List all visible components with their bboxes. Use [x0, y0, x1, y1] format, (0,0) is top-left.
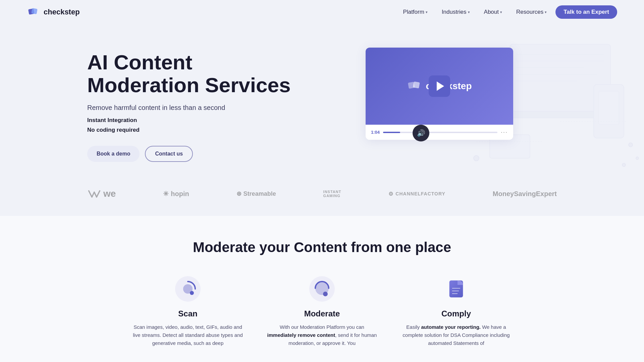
video-time: 1:04	[371, 130, 380, 135]
partner-logos: we ✳ hopin ⊛ Streamable INSTANTGAMING ⚙ …	[0, 178, 644, 216]
chevron-down-icon: ▾	[545, 10, 547, 14]
video-options-icon[interactable]: ···	[501, 129, 508, 136]
svg-rect-1	[31, 8, 38, 14]
book-demo-button[interactable]: Book a demo	[87, 146, 140, 162]
hero-subtitle: Remove harmful content in less than a se…	[87, 104, 322, 112]
nav-resources[interactable]: Resources ▾	[511, 6, 552, 18]
talk-to-expert-button[interactable]: Talk to an Expert	[555, 5, 617, 19]
progress-track[interactable]	[383, 132, 497, 133]
moderate-icon	[309, 276, 335, 302]
svg-rect-20	[413, 81, 420, 88]
logo-money-saving-expert: MoneySavingExpert	[493, 190, 557, 198]
hero-content: AI Content Moderation Services Remove ha…	[0, 24, 644, 178]
chevron-down-icon: ▾	[426, 10, 428, 14]
brand-name: checkstep	[44, 8, 80, 16]
comply-card-desc: Easily automate your reporting. We have …	[399, 323, 513, 347]
logo-instant-gaming: INSTANTGAMING	[323, 190, 341, 198]
play-button[interactable]	[429, 75, 450, 97]
nav-about[interactable]: About ▾	[479, 6, 507, 18]
chevron-down-icon: ▾	[468, 10, 470, 14]
chevron-down-icon: ▾	[500, 10, 502, 14]
sound-icon: 🔊	[417, 129, 425, 137]
sound-button[interactable]: 🔊	[413, 125, 429, 141]
logo-hopin: ✳ hopin	[163, 190, 189, 198]
scan-icon	[174, 276, 201, 302]
logo-we: we	[87, 188, 116, 199]
hero-text: AI Content Moderation Services Remove ha…	[87, 44, 322, 162]
svg-point-26	[323, 292, 328, 296]
hero-feature-1: Instant Integration	[87, 116, 322, 125]
logo-streamable: ⊛ Streamable	[236, 190, 276, 197]
scan-card-title: Scan	[178, 309, 197, 318]
logo-channel-factory: ⚙ CHANNELFACTORY	[388, 191, 445, 197]
hero-features: Instant Integration No coding required	[87, 116, 322, 135]
navbar: checkstep Platform ▾ Industries ▾ About …	[0, 0, 644, 24]
scan-card: Scan Scan images, video, audio, text, GI…	[131, 276, 245, 347]
nav-industries[interactable]: Industries ▾	[436, 6, 475, 18]
moderate-cards: Scan Scan images, video, audio, text, GI…	[87, 276, 557, 347]
svg-point-23	[190, 291, 194, 295]
comply-card: Comply Easily automate your reporting. W…	[399, 276, 513, 347]
moderate-card: Moderate With our Moderation Platform yo…	[265, 276, 379, 347]
comply-card-title: Comply	[441, 309, 471, 318]
logo[interactable]: checkstep	[27, 5, 80, 19]
comply-icon	[443, 276, 470, 302]
moderate-title: Moderate your Content from one place	[87, 239, 557, 255]
video-player[interactable]: checkstep 1:04 ···	[366, 48, 513, 140]
hero-video: checkstep 1:04 ···	[322, 44, 557, 140]
nav-platform[interactable]: Platform ▾	[398, 6, 433, 18]
moderate-section: Moderate your Content from one place Sca…	[0, 216, 644, 362]
hero-buttons: Book a demo Contact us	[87, 146, 322, 162]
contact-us-button[interactable]: Contact us	[145, 146, 193, 162]
nav-links: Platform ▾ Industries ▾ About ▾ Resource…	[398, 5, 617, 19]
scan-card-desc: Scan images, video, audio, text, GIFs, a…	[131, 323, 245, 347]
hero-title: AI Content Moderation Services	[87, 51, 322, 97]
hero-section: AI Content Moderation Services Remove ha…	[0, 24, 644, 178]
progress-fill	[383, 132, 400, 133]
hero-feature-2: No coding required	[87, 125, 322, 135]
video-progress-bar: 1:04 ···	[366, 125, 513, 140]
video-thumbnail: checkstep	[366, 48, 513, 125]
moderate-card-title: Moderate	[304, 309, 340, 318]
moderate-card-desc: With our Moderation Platform you can imm…	[265, 323, 379, 347]
